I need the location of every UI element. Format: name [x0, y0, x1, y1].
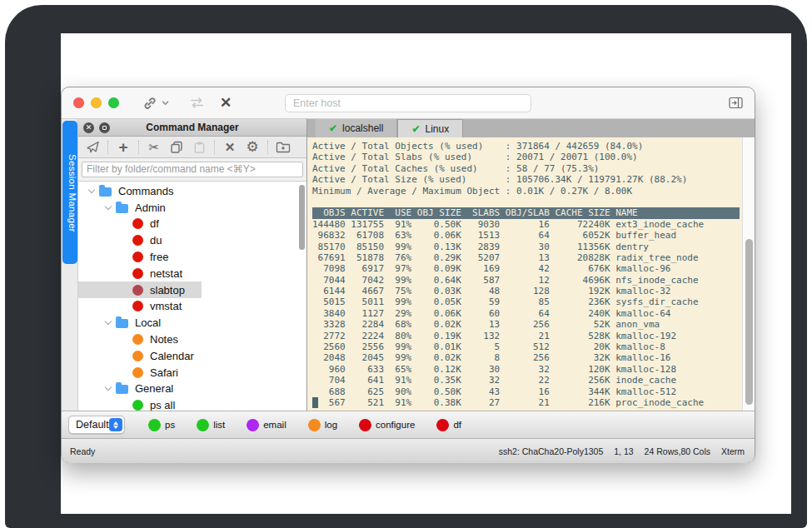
tree-item[interactable]: Notes [78, 331, 306, 348]
terminal-table-header: OBJS ACTIVE USE OBJ SIZE SLABS OBJ/SLAB … [312, 207, 740, 218]
minimize-button[interactable] [91, 97, 102, 108]
filter-wrap [78, 158, 306, 182]
terminal-tab[interactable]: ✔ localshell [316, 119, 397, 137]
status-right: ssh2: ChaCha20-Poly13051, 1324 Rows,80 C… [499, 446, 745, 456]
terminal-table-row: 7044 7042 99% 0.64K 587 12 4696K nfs_ino… [312, 275, 740, 286]
tree-scrollbar-thumb[interactable] [299, 185, 305, 250]
panel-toggle-icon[interactable] [729, 97, 743, 109]
tree-item[interactable]: vmstat [78, 298, 306, 315]
tree-item[interactable]: Admin [78, 199, 306, 216]
terminal-table-row: 6144 4667 75% 0.03K 48 128 192K kmalloc-… [312, 286, 740, 296]
copy-icon[interactable] [169, 141, 184, 154]
zoom-button[interactable] [108, 97, 119, 108]
command-color-dot [132, 235, 143, 246]
tree-item[interactable]: netstat [78, 265, 306, 281]
host-input[interactable] [285, 94, 531, 112]
tree-item-label: Commands [118, 185, 173, 197]
tree-item[interactable]: free [78, 249, 306, 266]
delete-icon[interactable]: ✕ [222, 141, 237, 153]
window-main: Session Manager ✕ Command Manager + [62, 119, 755, 411]
terminal-table-row: 5015 5011 99% 0.05K 59 85 236K sysfs_dir… [312, 296, 740, 307]
tree-item[interactable]: General [78, 381, 306, 397]
command-dot [308, 419, 321, 431]
command-button[interactable]: df [436, 419, 461, 431]
terminal-table-row: 67691 51878 76% 0.29K 5207 13 20828K rad… [312, 252, 740, 263]
traffic-lights [73, 97, 119, 108]
command-manager-panel: ✕ Command Manager + ✂ [78, 119, 307, 411]
command-button[interactable]: list [197, 419, 225, 431]
tree-item[interactable]: ps all [78, 397, 306, 411]
folder-icon [99, 187, 112, 197]
chevron-down-icon[interactable] [101, 387, 116, 390]
new-folder-icon[interactable] [276, 141, 291, 153]
command-label: list [213, 420, 225, 430]
chevron-down-icon[interactable] [162, 100, 169, 106]
command-button[interactable]: log [308, 419, 337, 431]
link-icon[interactable] [142, 96, 157, 111]
terminal-table: 144480 131755 91% 0.50K 9030 16 72240K e… [312, 219, 740, 409]
terminal-scrollbar-thumb[interactable] [745, 239, 753, 405]
command-label: ps [165, 420, 175, 430]
checkmark-icon: ✔ [411, 123, 420, 135]
chevron-down-icon[interactable] [84, 190, 99, 192]
tree-item-label: Local [135, 316, 161, 329]
command-button[interactable]: ps [148, 419, 175, 431]
command-color-dot [132, 252, 143, 262]
tree-item-label: Calendar [150, 350, 194, 362]
command-tree: Commands Admin [78, 182, 306, 411]
command-button[interactable]: configure [359, 419, 415, 431]
command-color-dot [132, 268, 143, 279]
terminal-scrollbar[interactable] [742, 137, 755, 411]
status-bar: Ready ssh2: ChaCha20-Poly13051, 1324 Row… [62, 438, 755, 463]
default-select[interactable]: Default [68, 416, 125, 434]
disconnect-icon[interactable]: ✕ [220, 96, 232, 110]
terminal-summary-line: Minimum / Average / Maximum Object : 0.0… [312, 186, 740, 197]
terminal[interactable]: Active / Total Objects (% used) : 371864… [307, 137, 755, 411]
folder-icon [116, 204, 128, 213]
default-select-value: Default [76, 419, 109, 431]
paste-icon[interactable] [192, 141, 207, 154]
tree-item[interactable]: du [78, 232, 306, 249]
checkmark-icon: ✔ [329, 122, 337, 134]
command-toolbar: + ✂ [78, 137, 306, 158]
session-manager-tab[interactable]: Session Manager [62, 121, 77, 264]
tree-item[interactable]: slabtop [78, 281, 306, 298]
cut-icon[interactable]: ✂ [147, 141, 162, 153]
titlebar: ✕ [62, 87, 755, 119]
terminal-tab[interactable]: ✔ Linux [397, 119, 463, 137]
terminal-tabs: ✔ localshell ✔ Linux [307, 119, 755, 137]
add-icon[interactable]: + [116, 139, 131, 155]
screen: ✕ Session Manager [61, 33, 791, 514]
select-stepper-icon [109, 418, 122, 431]
reconnect-icon[interactable] [189, 97, 205, 109]
command-color-dot [132, 218, 143, 229]
tree-item[interactable]: Calendar [78, 347, 306, 364]
tree-item[interactable]: Local [78, 315, 306, 331]
button-bar: Default ps list [62, 411, 755, 438]
tree-item[interactable]: df [78, 216, 306, 232]
command-label: log [325, 420, 337, 430]
status-item: 1, 13 [614, 446, 633, 456]
command-buttons: ps list email [148, 419, 461, 431]
tree-item-label: ps all [150, 399, 175, 411]
close-button[interactable] [73, 97, 84, 108]
terminal-table-row: 85170 85150 99% 0.13K 2839 30 11356K den… [312, 242, 740, 252]
terminal-summary-line: Active / Total Size (% used) : 105706.34… [312, 174, 740, 185]
terminal-table-row: 2560 2556 99% 0.01K 5 512 20K kmalloc-8 [312, 341, 740, 352]
gear-icon[interactable]: ⚙ [245, 140, 260, 154]
command-button[interactable]: email [247, 419, 286, 431]
terminal-table-row: 144480 131755 91% 0.50K 9030 16 72240K e… [312, 219, 740, 230]
command-dot [436, 419, 449, 431]
tree-item[interactable]: Safari [78, 364, 306, 381]
tree-item-label: free [150, 251, 168, 263]
filter-input[interactable] [82, 162, 303, 177]
terminal-table-row: 2048 2045 99% 0.02K 8 256 32K kmalloc-16 [312, 352, 740, 363]
chevron-down-icon[interactable] [101, 321, 116, 324]
chevron-down-icon[interactable] [101, 207, 116, 209]
command-dot [197, 419, 209, 431]
tree-item[interactable]: Commands [78, 183, 306, 200]
status-item: 24 Rows,80 Cols [645, 446, 710, 456]
terminal-cursor [312, 397, 318, 408]
send-icon[interactable] [85, 141, 100, 154]
command-color-dot [132, 285, 143, 296]
